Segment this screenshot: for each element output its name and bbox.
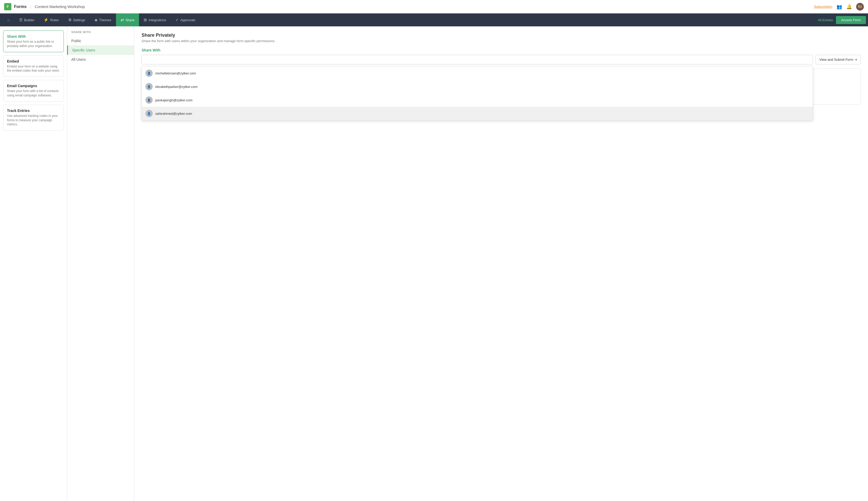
sidebar-card-share-with-desc: Share your form as a public link or priv… — [7, 40, 60, 48]
suggestion-user4[interactable]: 👤 sahirahmed@zylker.com — [142, 107, 813, 120]
approvals-icon: ✓ — [175, 18, 179, 22]
sidebar-card-embed[interactable]: Embed Embed your form on a website using… — [3, 55, 64, 77]
user2-avatar: 👤 — [145, 83, 153, 90]
sidebar-card-email-campaigns-desc: Share your form with a list of contacts … — [7, 89, 60, 98]
share-with-section-title: Share With — [142, 48, 861, 52]
left-sidebar: Share With Share your form as a public l… — [0, 26, 67, 501]
middle-nav: SHARE WITH Public Specific Users All Use… — [67, 26, 134, 501]
nav-item-share[interactable]: ⇄ Share — [116, 13, 139, 26]
users-icon: 👥 — [836, 4, 842, 10]
avatar[interactable]: RJ — [856, 3, 864, 11]
main-layout: Share With Share your form as a public l… — [0, 26, 868, 501]
middle-nav-item-specific-users[interactable]: Specific Users — [67, 45, 134, 55]
nav-item-rules[interactable]: ⚡ Rules — [39, 13, 63, 26]
sidebar-card-email-campaigns-title: Email Campaigns — [7, 84, 60, 88]
nav-right: All Entries Access Form — [818, 16, 866, 24]
integrations-icon: ⊞ — [144, 18, 147, 22]
sidebar-card-email-campaigns[interactable]: Email Campaigns Share your form with a l… — [3, 80, 64, 102]
bell-icon: 🔔 — [846, 4, 852, 10]
share-with-section-label: SHARE WITH — [67, 31, 134, 34]
permission-dropdown-btn[interactable]: View and Submit Form ▾ — [815, 55, 861, 64]
content-title: Share Privately — [142, 33, 861, 38]
access-form-button[interactable]: Access Form — [836, 16, 866, 24]
nav-item-approvals[interactable]: ✓ Approvals — [171, 13, 200, 26]
form-title: Content Marketing Workshop — [35, 4, 85, 9]
nav-item-integrations[interactable]: ⊞ Integrations — [139, 13, 171, 26]
user1-avatar-icon: 👤 — [147, 72, 151, 75]
sidebar-card-track-entries[interactable]: Track Entries Use advanced tracking code… — [3, 105, 64, 130]
middle-nav-item-public[interactable]: Public — [67, 36, 134, 45]
user3-email: pankajsingh@zylker.com — [155, 98, 193, 102]
share-with-input[interactable] — [142, 55, 813, 64]
nav-home-btn[interactable]: ⌂ — [2, 13, 14, 26]
user3-avatar: 👤 — [145, 96, 153, 104]
nav-item-settings[interactable]: ⚙ Settings — [64, 13, 90, 26]
themes-icon: ◈ — [95, 18, 98, 22]
settings-icon: ⚙ — [68, 18, 72, 22]
share-input-row: 👤 michellebrown@zylker.com 👤 elizabethpa… — [142, 55, 861, 64]
permission-dropdown-label: View and Submit Form — [820, 58, 853, 62]
suggestion-user1[interactable]: 👤 michellebrown@zylker.com — [142, 66, 813, 80]
sidebar-card-embed-desc: Embed your form on a website using the e… — [7, 64, 60, 73]
rules-icon: ⚡ — [44, 18, 48, 22]
chevron-down-icon: ▾ — [855, 58, 857, 62]
users-icon-btn[interactable]: 👥 — [836, 4, 842, 10]
builder-icon: ☰ — [19, 18, 22, 22]
sidebar-card-share-with[interactable]: Share With Share your form as a public l… — [3, 31, 64, 52]
subscription-link[interactable]: Subscription — [814, 5, 832, 9]
nav-bar: ⌂ ☰ Builder ⚡ Rules ⚙ Settings ◈ Themes … — [0, 13, 868, 26]
logo-icon: F — [4, 3, 11, 10]
content-subtitle: Share the form with users within your or… — [142, 39, 861, 43]
app-name: Forms — [14, 4, 26, 9]
bell-icon-btn[interactable]: 🔔 — [846, 4, 852, 10]
suggestion-user2[interactable]: 👤 elizabethparker@zylker.com — [142, 80, 813, 93]
user2-email: elizabethparker@zylker.com — [155, 85, 197, 89]
nav-item-builder[interactable]: ☰ Builder — [14, 13, 39, 26]
home-icon: ⌂ — [7, 18, 9, 22]
sidebar-card-track-entries-title: Track Entries — [7, 109, 60, 113]
separator: | — [30, 5, 31, 9]
user1-email: michellebrown@zylker.com — [155, 71, 196, 75]
sidebar-card-embed-title: Embed — [7, 59, 60, 63]
user1-avatar: 👤 — [145, 70, 153, 77]
top-bar-right: Subscription 👥 🔔 RJ — [814, 3, 864, 11]
sidebar-card-share-with-title: Share With — [7, 34, 60, 39]
share-input-container: 👤 michellebrown@zylker.com 👤 elizabethpa… — [142, 55, 813, 64]
top-bar-left: F Forms | Content Marketing Workshop — [4, 3, 85, 10]
share-icon: ⇄ — [121, 18, 124, 22]
sidebar-card-track-entries-desc: Use advanced tracking codes in your form… — [7, 114, 60, 127]
user-suggestions-dropdown: 👤 michellebrown@zylker.com 👤 elizabethpa… — [142, 66, 813, 120]
middle-nav-item-all-users[interactable]: All Users — [67, 55, 134, 64]
user2-avatar-icon: 👤 — [147, 85, 151, 88]
user3-avatar-icon: 👤 — [147, 98, 151, 102]
content-area: Share Privately Share the form with user… — [134, 26, 868, 501]
all-entries-link[interactable]: All Entries — [818, 18, 833, 22]
user4-avatar-icon: 👤 — [147, 112, 151, 115]
permission-dropdown-container: View and Submit Form ▾ — [815, 55, 861, 64]
user4-email: sahirahmed@zylker.com — [155, 112, 192, 116]
suggestion-user3[interactable]: 👤 pankajsingh@zylker.com — [142, 93, 813, 107]
top-bar: F Forms | Content Marketing Workshop Sub… — [0, 0, 868, 13]
nav-item-themes[interactable]: ◈ Themes — [90, 13, 116, 26]
user4-avatar: 👤 — [145, 110, 153, 117]
